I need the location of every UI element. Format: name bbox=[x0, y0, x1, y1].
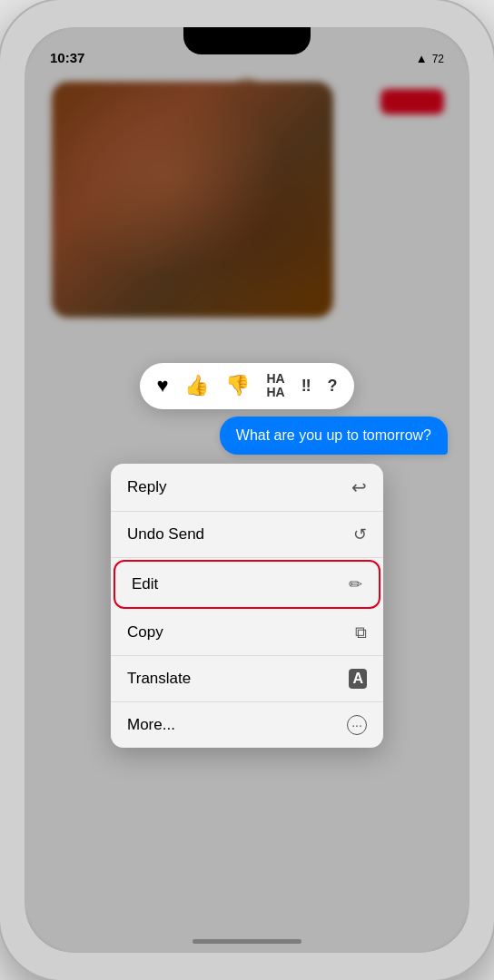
more-icon: ··· bbox=[347, 715, 367, 735]
battery-level: 72 bbox=[432, 53, 444, 65]
wifi-icon: ▲ bbox=[416, 52, 428, 65]
undo-send-icon: ↺ bbox=[353, 524, 367, 544]
message-context-area: ♥ 👍 👎 HAHA ‼ ? What are you up to tomorr… bbox=[25, 363, 469, 748]
phone-screen: 10:37 ▲ 72 ♥ 👍 👎 bbox=[25, 27, 469, 953]
menu-item-reply-label: Reply bbox=[127, 478, 166, 496]
context-menu: Reply ↩ Undo Send ↺ Edit ✏ Copy ⧉ bbox=[111, 464, 383, 748]
translate-icon: A bbox=[349, 669, 367, 689]
menu-item-translate-label: Translate bbox=[127, 670, 191, 688]
reply-icon: ↩ bbox=[351, 476, 367, 498]
menu-item-edit[interactable]: Edit ✏ bbox=[114, 560, 380, 609]
menu-item-undo-send[interactable]: Undo Send ↺ bbox=[111, 512, 383, 558]
edit-icon: ✏ bbox=[349, 574, 362, 594]
menu-item-more-label: More... bbox=[127, 716, 175, 734]
thumbs-down-reaction[interactable]: 👎 bbox=[225, 374, 250, 397]
menu-item-translate[interactable]: Translate A bbox=[111, 656, 383, 702]
menu-item-copy-label: Copy bbox=[127, 623, 163, 642]
phone-frame: 10:37 ▲ 72 ♥ 👍 👎 bbox=[0, 0, 494, 980]
menu-item-more[interactable]: More... ··· bbox=[111, 702, 383, 748]
heart-reaction[interactable]: ♥ bbox=[156, 374, 168, 397]
message-text: What are you up to tomorrow? bbox=[236, 427, 431, 443]
copy-icon: ⧉ bbox=[355, 623, 367, 642]
menu-item-reply[interactable]: Reply ↩ bbox=[111, 464, 383, 512]
menu-item-undo-label: Undo Send bbox=[127, 525, 204, 544]
status-time: 10:37 bbox=[50, 50, 84, 65]
message-bubble: What are you up to tomorrow? bbox=[220, 416, 448, 455]
menu-item-edit-label: Edit bbox=[132, 575, 158, 593]
exclamation-reaction[interactable]: ‼ bbox=[301, 377, 311, 396]
question-reaction[interactable]: ? bbox=[328, 377, 338, 396]
reaction-bar: ♥ 👍 👎 HAHA ‼ ? bbox=[140, 363, 353, 409]
home-indicator[interactable] bbox=[193, 939, 301, 944]
notch bbox=[183, 27, 311, 54]
menu-item-copy[interactable]: Copy ⧉ bbox=[111, 611, 383, 656]
haha-reaction[interactable]: HAHA bbox=[266, 372, 284, 400]
status-icons: ▲ 72 bbox=[416, 52, 444, 65]
thumbs-up-reaction[interactable]: 👍 bbox=[184, 374, 209, 397]
screen-content: ♥ 👍 👎 HAHA ‼ ? What are you up to tomorr… bbox=[25, 27, 469, 953]
